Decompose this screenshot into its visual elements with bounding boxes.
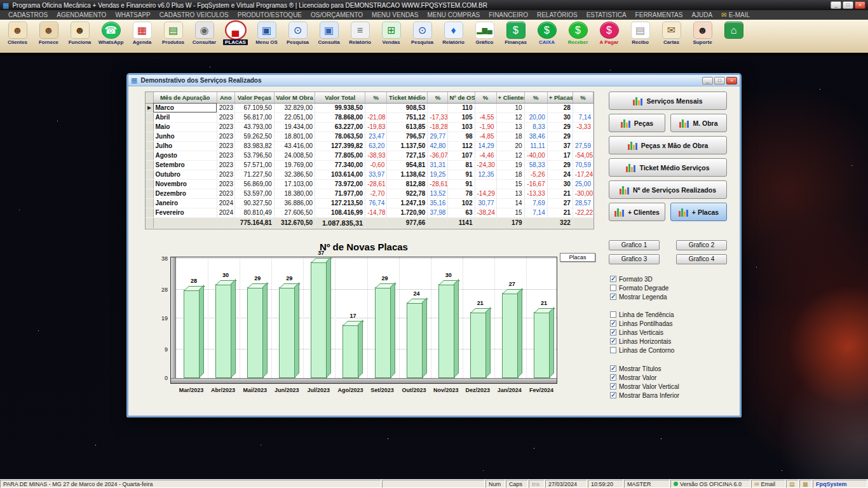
menu-ajuda[interactable]: AJUDA [687, 11, 717, 18]
menu-produto-estoque[interactable]: PRODUTO/ESTOQUE [233, 11, 306, 18]
menu-cadastro-veiculos[interactable]: CADASTRO VEICULOS [155, 11, 233, 18]
table-row[interactable]: Janeiro202490.327,5036.886,00127.213,507… [146, 198, 593, 208]
checkbox-linhas-horizontais[interactable]: ✓Linhas Horizontais [610, 337, 727, 346]
chart-button-servi-os-mensais[interactable]: Serviços Mensais [609, 92, 727, 110]
table-row[interactable]: Maio202343.793,0019.434,0063.227,00-19,8… [146, 122, 593, 132]
button-grafico-1[interactable]: Grafico 1 [609, 240, 660, 250]
column-header: Nº de OS [448, 92, 475, 103]
cell: Abril [153, 112, 217, 122]
toolbar-recibo[interactable]: ▤Recibo [625, 21, 655, 45]
chart-button-pe-as[interactable]: Peças [609, 114, 665, 132]
menu-agendamento[interactable]: AGENDAMENTO [52, 11, 111, 18]
toolbar-grafico[interactable]: ▂▆▄Gráfico [470, 21, 499, 45]
window-maximize-button[interactable]: □ [714, 77, 725, 85]
column-header: Ticket Médio [387, 92, 428, 103]
toolbar-vendas[interactable]: ⊞Vendas [376, 21, 406, 45]
menu-whatsapp[interactable]: WHATSAPP [111, 11, 154, 18]
menu-menu-vendas[interactable]: MENU VENDAS [367, 11, 423, 18]
toolbar-pesquisa-vendas[interactable]: ⊙Pesquisa [407, 21, 437, 45]
chart-button-clientes[interactable]: + Clientes [609, 203, 665, 221]
cell: 53.597,00 [234, 189, 274, 198]
toolbar-consulta[interactable]: ▣Consulta [314, 21, 344, 45]
toolbar-caixa[interactable]: $CAIXA [532, 21, 562, 45]
table-row[interactable]: Fevereiro202480.810,4927.606,50108.416,9… [146, 208, 593, 217]
menu-ferramentas[interactable]: FERRAMENTAS [631, 11, 688, 18]
menu-financeiro[interactable]: FINANCEIRO [484, 11, 532, 18]
checkbox-mostrar-valor[interactable]: ✓Mostrar Valor [610, 373, 727, 382]
toolbar-produtos[interactable]: ▤Produtos [158, 21, 188, 45]
toolbar-funcionarios[interactable]: ☻Funciona [65, 21, 95, 45]
toolbar-clientes[interactable]: ☻Clientes [3, 21, 32, 45]
table-row[interactable]: Agosto202353.796,5024.008,5077.805,00-38… [146, 151, 593, 160]
bar-value-label: 37 [318, 250, 324, 256]
table-row[interactable]: Abril202356.817,0022.051,0078.868,00-21,… [146, 112, 593, 122]
checkbox-mostrar-t-tulos[interactable]: ✓Mostrar Títulos [610, 364, 727, 373]
app-minimize-button[interactable]: _ [831, 1, 841, 9]
checkbox-mostrar-legenda[interactable]: ✓Mostrar Legenda [610, 292, 727, 301]
cell: -3,33 [573, 122, 593, 132]
chart-button-n-de-servi-os-realizados[interactable]: Nº de Serviços Realizados [609, 180, 727, 199]
tray-1-icon: ▤ [789, 481, 795, 487]
window-titlebar[interactable]: ▦ Demonstrativo dos Serviços Realizados … [128, 75, 740, 86]
checkbox-mostrar-barra-inferior[interactable]: ✓Mostrar Barra Inferior [610, 391, 727, 400]
total-cell [524, 217, 547, 228]
button-grafico-4[interactable]: Grafico 4 [676, 254, 727, 264]
toolbar-label: Clientes [8, 39, 27, 45]
sales-cart-icon: ⊞ [382, 22, 401, 39]
table-row[interactable]: Outubro202371.227,5032.386,50103.614,003… [146, 170, 593, 179]
button-grafico-2[interactable]: Grafico 2 [676, 240, 727, 250]
menu-estatistica[interactable]: ESTATISTICA [582, 11, 631, 18]
toolbar-whatsapp[interactable]: ☎WhatsApp [96, 21, 126, 45]
menu-cadastros[interactable]: CADASTROS [4, 11, 52, 18]
checkbox-linhas-verticais[interactable]: ✓Linhas Verticais [610, 328, 727, 337]
cell: 78 [448, 189, 475, 198]
chart-button-pe-as-x-m-o-de-obra[interactable]: Peças x Mão de Obra [609, 136, 727, 154]
toolbar-sair[interactable]: ⌂ [719, 21, 749, 39]
checkbox-linhas-de-contorno[interactable]: Linhas de Contorno [610, 346, 727, 355]
menu-menu-compras[interactable]: MENU COMPRAS [423, 11, 484, 18]
toolbar-suporte[interactable]: ☻Suporte [688, 21, 717, 45]
toolbar-cartas[interactable]: ✉Cartas [656, 21, 686, 45]
window-minimize-button[interactable]: _ [702, 77, 713, 85]
toolbar-label: Relatório [442, 39, 465, 45]
button-grafico-3[interactable]: Grafico 3 [609, 254, 660, 264]
toolbar-fornecedores[interactable]: ☻Fornece [34, 21, 64, 45]
x-axis-label: Jan/2024 [494, 387, 526, 393]
table-row[interactable]: Novembro202356.869,0017.103,0073.972,00-… [146, 179, 593, 189]
app-close-button[interactable]: × [855, 1, 865, 9]
table-row[interactable]: Dezembro202353.597,0018.380,0071.977,00-… [146, 189, 593, 198]
cell: 21 [547, 208, 573, 217]
toolbar-menu-os[interactable]: ▣Menu OS [252, 21, 281, 45]
table-row[interactable]: Julho202383.983,8243.416,00127.399,8263,… [146, 141, 593, 151]
toolbar-pesquisa-os[interactable]: ⊙Pesquisa [283, 21, 313, 45]
chart-button-ticket-m-dio-servi-os[interactable]: Ticket Médio Serviços [609, 158, 727, 177]
status-tray-2: ▦ [799, 480, 812, 488]
table-row[interactable]: ▶Marco202367.109,5032.829,0099.938,50908… [146, 103, 593, 112]
menu-e-mail[interactable]: ✉E-MAIL [717, 11, 754, 18]
toolbar-label: Gráfico [475, 39, 493, 45]
toolbar-relatorio-os[interactable]: ≡Relatório [345, 21, 375, 45]
chart-button-placas[interactable]: + Placas [670, 203, 727, 221]
checkbox-formato-3d[interactable]: ✓Formato 3D [610, 274, 727, 283]
toolbar-consultar[interactable]: ◉Consultar [189, 21, 219, 45]
table-row[interactable]: Setembro202357.571,0019.769,0077.340,00-… [146, 160, 593, 170]
window-close-button[interactable]: × [726, 77, 737, 85]
toolbar-receber[interactable]: $Receber [563, 21, 593, 45]
cell: -18,28 [428, 122, 448, 132]
app-maximize-button[interactable]: □ [843, 1, 853, 9]
checkbox-linhas-pontilhadas[interactable]: ✓Linhas Pontilhadas [610, 319, 727, 328]
menu-relat-rios[interactable]: RELATÓRIOS [532, 11, 582, 18]
toolbar-placas[interactable]: ▄PLACAS [220, 21, 250, 45]
toolbar-a-pagar[interactable]: $A Pagar [594, 21, 624, 45]
toolbar-agenda[interactable]: ▦Agenda [127, 21, 157, 45]
menu-os-or-amento[interactable]: OS/ORÇAMENTO [306, 11, 367, 18]
table-row[interactable]: Junho202359.262,5018.801,0078.063,5023,4… [146, 132, 593, 141]
checkbox-linha-de-tend-ncia[interactable]: Linha de Tendência [610, 310, 727, 319]
cell: 29 [547, 160, 573, 170]
checkbox-mostrar-valor-vertical[interactable]: ✓Mostrar Valor Vertical [610, 382, 727, 391]
toolbar-financas[interactable]: $Finanças [501, 21, 531, 45]
toolbar-relatorio-vendas[interactable]: ♦Relatório [438, 21, 468, 45]
chart-button-m-obra[interactable]: M. Obra [670, 114, 727, 132]
checkbox-formato-degrade[interactable]: Formato Degrade [610, 283, 727, 292]
suppliers-icon: ☻ [39, 22, 58, 39]
